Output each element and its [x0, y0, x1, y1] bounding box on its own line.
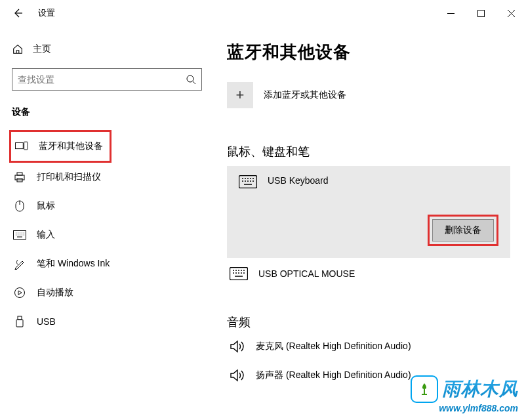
device-name: 扬声器 (Realtek High Definition Audio) — [256, 369, 411, 381]
sidebar-item-autoplay[interactable]: 自动播放 — [12, 278, 201, 307]
svg-point-1 — [187, 75, 193, 82]
sidebar-home-label: 主页 — [33, 43, 51, 55]
home-icon — [12, 43, 24, 55]
sidebar-item-label: 蓝牙和其他设备 — [39, 140, 103, 152]
plus-icon: + — [227, 82, 253, 108]
svg-rect-13 — [230, 268, 248, 280]
sidebar-item-label: 鼠标 — [37, 200, 55, 212]
keyboard-icon — [13, 230, 26, 240]
device-item-selected[interactable]: USB Keyboard 删除设备 — [227, 166, 510, 258]
device-name: 麦克风 (Realtek High Definition Audio) — [256, 341, 411, 352]
main-content: 蓝牙和其他设备 + 添加蓝牙或其他设备 鼠标、键盘和笔 USB Keyboard… — [210, 26, 526, 420]
devices-icon — [15, 141, 28, 152]
svg-point-9 — [15, 288, 25, 298]
logo-badge-icon — [411, 375, 438, 403]
sidebar-item-label: 笔和 Windows Ink — [37, 258, 110, 270]
svg-rect-11 — [16, 320, 23, 327]
svg-rect-10 — [18, 316, 22, 320]
minimize-icon — [447, 10, 455, 17]
close-button[interactable] — [496, 3, 526, 23]
logo-url-text: www.ylmf888.com — [439, 403, 518, 413]
keyboard-icon — [230, 267, 248, 280]
maximize-button[interactable] — [466, 3, 496, 23]
mouse-icon — [15, 200, 24, 212]
printer-icon — [14, 171, 26, 183]
highlight-box-remove: 删除设备 — [428, 215, 498, 246]
sidebar-item-usb[interactable]: USB — [12, 307, 201, 336]
search-icon — [186, 74, 196, 85]
device-item[interactable]: USB OPTICAL MOUSE — [227, 267, 526, 280]
search-input[interactable] — [18, 74, 186, 85]
usb-icon — [16, 316, 24, 327]
sidebar-item-label: 输入 — [37, 229, 55, 241]
svg-rect-3 — [24, 142, 28, 150]
autoplay-icon — [14, 287, 26, 299]
section-header-audio: 音频 — [227, 314, 526, 330]
back-button[interactable] — [12, 7, 24, 19]
window-title: 设置 — [38, 7, 55, 19]
sidebar-section-label: 设备 — [12, 106, 201, 118]
add-device-button[interactable]: + 添加蓝牙或其他设备 — [227, 82, 526, 108]
sidebar-item-mouse[interactable]: 鼠标 — [12, 192, 201, 220]
svg-rect-4 — [15, 175, 24, 180]
device-name: USB OPTICAL MOUSE — [258, 268, 355, 279]
remove-device-button[interactable]: 删除设备 — [432, 219, 494, 242]
sidebar-item-typing[interactable]: 输入 — [12, 220, 201, 249]
sidebar-item-label: 自动播放 — [37, 287, 73, 299]
close-icon — [508, 10, 515, 17]
svg-rect-2 — [15, 143, 23, 149]
sidebar-item-label: USB — [37, 316, 56, 327]
sidebar-item-pen[interactable]: 笔和 Windows Ink — [12, 249, 201, 278]
watermark-logo: 雨林木风 www.ylmf888.com — [411, 375, 518, 413]
section-header-input-devices: 鼠标、键盘和笔 — [227, 144, 526, 159]
svg-rect-12 — [239, 176, 257, 188]
device-name: USB Keyboard — [268, 175, 329, 186]
speaker-icon — [230, 339, 245, 354]
arrow-left-icon — [12, 7, 24, 19]
sidebar-item-printers[interactable]: 打印机和扫描仪 — [12, 163, 201, 192]
svg-rect-5 — [17, 173, 22, 175]
minimize-button[interactable] — [435, 3, 466, 23]
search-box[interactable] — [12, 68, 202, 91]
maximize-icon — [477, 10, 485, 17]
device-item[interactable]: 麦克风 (Realtek High Definition Audio) — [227, 339, 526, 354]
window-controls — [435, 3, 526, 23]
sidebar: 主页 设备 蓝牙和其他设备 — [0, 26, 210, 420]
logo-brand-text: 雨林木风 — [442, 377, 518, 402]
add-device-label: 添加蓝牙或其他设备 — [264, 89, 346, 101]
page-title: 蓝牙和其他设备 — [227, 41, 526, 64]
svg-rect-0 — [477, 10, 484, 16]
sidebar-item-label: 打印机和扫描仪 — [37, 171, 101, 183]
speaker-icon — [230, 368, 245, 383]
pen-icon — [14, 258, 26, 270]
keyboard-icon — [239, 175, 257, 188]
highlight-box-sidebar: 蓝牙和其他设备 — [9, 130, 111, 163]
sidebar-item-bluetooth[interactable]: 蓝牙和其他设备 — [14, 132, 110, 161]
sidebar-home[interactable]: 主页 — [12, 38, 201, 60]
titlebar: 设置 — [0, 0, 526, 26]
